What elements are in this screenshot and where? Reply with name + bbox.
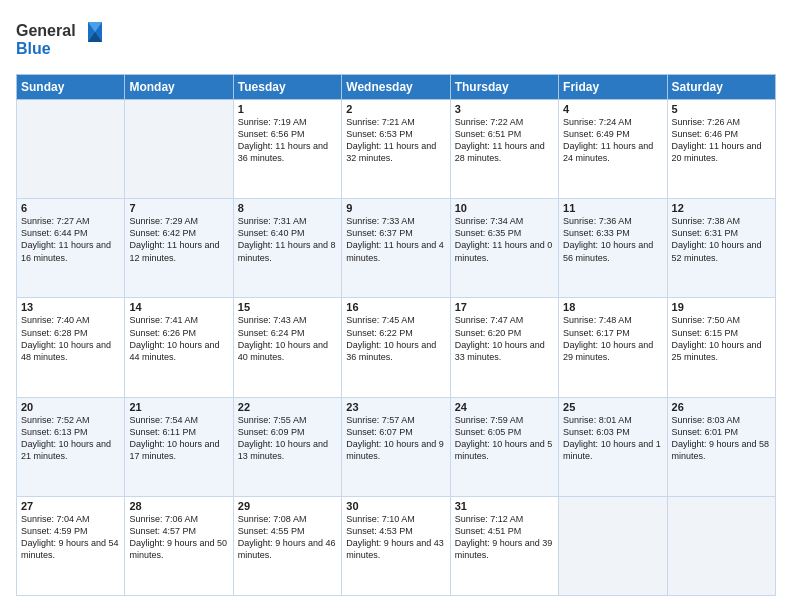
calendar-cell: 31Sunrise: 7:12 AM Sunset: 4:51 PM Dayli… bbox=[450, 496, 558, 595]
day-number: 24 bbox=[455, 401, 554, 413]
calendar-cell: 15Sunrise: 7:43 AM Sunset: 6:24 PM Dayli… bbox=[233, 298, 341, 397]
calendar-week-row: 20Sunrise: 7:52 AM Sunset: 6:13 PM Dayli… bbox=[17, 397, 776, 496]
cell-details: Sunrise: 7:38 AM Sunset: 6:31 PM Dayligh… bbox=[672, 215, 771, 264]
cell-details: Sunrise: 7:52 AM Sunset: 6:13 PM Dayligh… bbox=[21, 414, 120, 463]
calendar-cell: 13Sunrise: 7:40 AM Sunset: 6:28 PM Dayli… bbox=[17, 298, 125, 397]
day-number: 18 bbox=[563, 301, 662, 313]
calendar-week-row: 1Sunrise: 7:19 AM Sunset: 6:56 PM Daylig… bbox=[17, 100, 776, 199]
calendar-cell: 19Sunrise: 7:50 AM Sunset: 6:15 PM Dayli… bbox=[667, 298, 775, 397]
day-number: 8 bbox=[238, 202, 337, 214]
day-number: 28 bbox=[129, 500, 228, 512]
day-number: 4 bbox=[563, 103, 662, 115]
calendar-cell: 28Sunrise: 7:06 AM Sunset: 4:57 PM Dayli… bbox=[125, 496, 233, 595]
calendar-cell: 18Sunrise: 7:48 AM Sunset: 6:17 PM Dayli… bbox=[559, 298, 667, 397]
calendar-cell: 11Sunrise: 7:36 AM Sunset: 6:33 PM Dayli… bbox=[559, 199, 667, 298]
day-number: 27 bbox=[21, 500, 120, 512]
col-header-sunday: Sunday bbox=[17, 75, 125, 100]
calendar-cell bbox=[667, 496, 775, 595]
calendar-cell: 17Sunrise: 7:47 AM Sunset: 6:20 PM Dayli… bbox=[450, 298, 558, 397]
cell-details: Sunrise: 7:33 AM Sunset: 6:37 PM Dayligh… bbox=[346, 215, 445, 264]
day-number: 5 bbox=[672, 103, 771, 115]
cell-details: Sunrise: 7:04 AM Sunset: 4:59 PM Dayligh… bbox=[21, 513, 120, 562]
col-header-monday: Monday bbox=[125, 75, 233, 100]
calendar-cell bbox=[559, 496, 667, 595]
header: General Blue bbox=[16, 16, 776, 64]
cell-details: Sunrise: 7:08 AM Sunset: 4:55 PM Dayligh… bbox=[238, 513, 337, 562]
col-header-tuesday: Tuesday bbox=[233, 75, 341, 100]
calendar-cell: 27Sunrise: 7:04 AM Sunset: 4:59 PM Dayli… bbox=[17, 496, 125, 595]
calendar-cell: 20Sunrise: 7:52 AM Sunset: 6:13 PM Dayli… bbox=[17, 397, 125, 496]
cell-details: Sunrise: 7:27 AM Sunset: 6:44 PM Dayligh… bbox=[21, 215, 120, 264]
day-number: 16 bbox=[346, 301, 445, 313]
cell-details: Sunrise: 7:43 AM Sunset: 6:24 PM Dayligh… bbox=[238, 314, 337, 363]
day-number: 11 bbox=[563, 202, 662, 214]
cell-details: Sunrise: 8:01 AM Sunset: 6:03 PM Dayligh… bbox=[563, 414, 662, 463]
day-number: 30 bbox=[346, 500, 445, 512]
day-number: 25 bbox=[563, 401, 662, 413]
calendar-cell: 1Sunrise: 7:19 AM Sunset: 6:56 PM Daylig… bbox=[233, 100, 341, 199]
cell-details: Sunrise: 7:31 AM Sunset: 6:40 PM Dayligh… bbox=[238, 215, 337, 264]
col-header-wednesday: Wednesday bbox=[342, 75, 450, 100]
day-number: 6 bbox=[21, 202, 120, 214]
calendar-cell: 29Sunrise: 7:08 AM Sunset: 4:55 PM Dayli… bbox=[233, 496, 341, 595]
cell-details: Sunrise: 7:50 AM Sunset: 6:15 PM Dayligh… bbox=[672, 314, 771, 363]
cell-details: Sunrise: 7:48 AM Sunset: 6:17 PM Dayligh… bbox=[563, 314, 662, 363]
day-number: 10 bbox=[455, 202, 554, 214]
cell-details: Sunrise: 7:45 AM Sunset: 6:22 PM Dayligh… bbox=[346, 314, 445, 363]
cell-details: Sunrise: 7:06 AM Sunset: 4:57 PM Dayligh… bbox=[129, 513, 228, 562]
calendar-table: SundayMondayTuesdayWednesdayThursdayFrid… bbox=[16, 74, 776, 596]
calendar-week-row: 27Sunrise: 7:04 AM Sunset: 4:59 PM Dayli… bbox=[17, 496, 776, 595]
calendar-cell bbox=[17, 100, 125, 199]
cell-details: Sunrise: 7:36 AM Sunset: 6:33 PM Dayligh… bbox=[563, 215, 662, 264]
cell-details: Sunrise: 7:26 AM Sunset: 6:46 PM Dayligh… bbox=[672, 116, 771, 165]
col-header-friday: Friday bbox=[559, 75, 667, 100]
calendar-cell: 25Sunrise: 8:01 AM Sunset: 6:03 PM Dayli… bbox=[559, 397, 667, 496]
cell-details: Sunrise: 7:55 AM Sunset: 6:09 PM Dayligh… bbox=[238, 414, 337, 463]
calendar-cell: 5Sunrise: 7:26 AM Sunset: 6:46 PM Daylig… bbox=[667, 100, 775, 199]
calendar-cell bbox=[125, 100, 233, 199]
cell-details: Sunrise: 7:57 AM Sunset: 6:07 PM Dayligh… bbox=[346, 414, 445, 463]
col-header-thursday: Thursday bbox=[450, 75, 558, 100]
day-number: 19 bbox=[672, 301, 771, 313]
cell-details: Sunrise: 7:54 AM Sunset: 6:11 PM Dayligh… bbox=[129, 414, 228, 463]
calendar-cell: 30Sunrise: 7:10 AM Sunset: 4:53 PM Dayli… bbox=[342, 496, 450, 595]
day-number: 20 bbox=[21, 401, 120, 413]
day-number: 22 bbox=[238, 401, 337, 413]
svg-text:General: General bbox=[16, 22, 76, 39]
cell-details: Sunrise: 8:03 AM Sunset: 6:01 PM Dayligh… bbox=[672, 414, 771, 463]
cell-details: Sunrise: 7:34 AM Sunset: 6:35 PM Dayligh… bbox=[455, 215, 554, 264]
day-number: 2 bbox=[346, 103, 445, 115]
day-number: 15 bbox=[238, 301, 337, 313]
calendar-cell: 2Sunrise: 7:21 AM Sunset: 6:53 PM Daylig… bbox=[342, 100, 450, 199]
calendar-cell: 8Sunrise: 7:31 AM Sunset: 6:40 PM Daylig… bbox=[233, 199, 341, 298]
day-number: 9 bbox=[346, 202, 445, 214]
cell-details: Sunrise: 7:40 AM Sunset: 6:28 PM Dayligh… bbox=[21, 314, 120, 363]
calendar-week-row: 13Sunrise: 7:40 AM Sunset: 6:28 PM Dayli… bbox=[17, 298, 776, 397]
cell-details: Sunrise: 7:29 AM Sunset: 6:42 PM Dayligh… bbox=[129, 215, 228, 264]
cell-details: Sunrise: 7:41 AM Sunset: 6:26 PM Dayligh… bbox=[129, 314, 228, 363]
cell-details: Sunrise: 7:59 AM Sunset: 6:05 PM Dayligh… bbox=[455, 414, 554, 463]
calendar-cell: 22Sunrise: 7:55 AM Sunset: 6:09 PM Dayli… bbox=[233, 397, 341, 496]
calendar-cell: 4Sunrise: 7:24 AM Sunset: 6:49 PM Daylig… bbox=[559, 100, 667, 199]
cell-details: Sunrise: 7:12 AM Sunset: 4:51 PM Dayligh… bbox=[455, 513, 554, 562]
day-number: 31 bbox=[455, 500, 554, 512]
calendar-cell: 21Sunrise: 7:54 AM Sunset: 6:11 PM Dayli… bbox=[125, 397, 233, 496]
calendar-cell: 26Sunrise: 8:03 AM Sunset: 6:01 PM Dayli… bbox=[667, 397, 775, 496]
cell-details: Sunrise: 7:47 AM Sunset: 6:20 PM Dayligh… bbox=[455, 314, 554, 363]
calendar-cell: 9Sunrise: 7:33 AM Sunset: 6:37 PM Daylig… bbox=[342, 199, 450, 298]
day-number: 26 bbox=[672, 401, 771, 413]
col-header-saturday: Saturday bbox=[667, 75, 775, 100]
day-number: 13 bbox=[21, 301, 120, 313]
calendar-header-row: SundayMondayTuesdayWednesdayThursdayFrid… bbox=[17, 75, 776, 100]
calendar-cell: 6Sunrise: 7:27 AM Sunset: 6:44 PM Daylig… bbox=[17, 199, 125, 298]
day-number: 17 bbox=[455, 301, 554, 313]
day-number: 7 bbox=[129, 202, 228, 214]
cell-details: Sunrise: 7:19 AM Sunset: 6:56 PM Dayligh… bbox=[238, 116, 337, 165]
cell-details: Sunrise: 7:22 AM Sunset: 6:51 PM Dayligh… bbox=[455, 116, 554, 165]
page: General Blue SundayMondayTuesdayWednesda… bbox=[0, 0, 792, 612]
calendar-cell: 12Sunrise: 7:38 AM Sunset: 6:31 PM Dayli… bbox=[667, 199, 775, 298]
cell-details: Sunrise: 7:21 AM Sunset: 6:53 PM Dayligh… bbox=[346, 116, 445, 165]
svg-text:Blue: Blue bbox=[16, 40, 51, 57]
calendar-cell: 16Sunrise: 7:45 AM Sunset: 6:22 PM Dayli… bbox=[342, 298, 450, 397]
day-number: 12 bbox=[672, 202, 771, 214]
